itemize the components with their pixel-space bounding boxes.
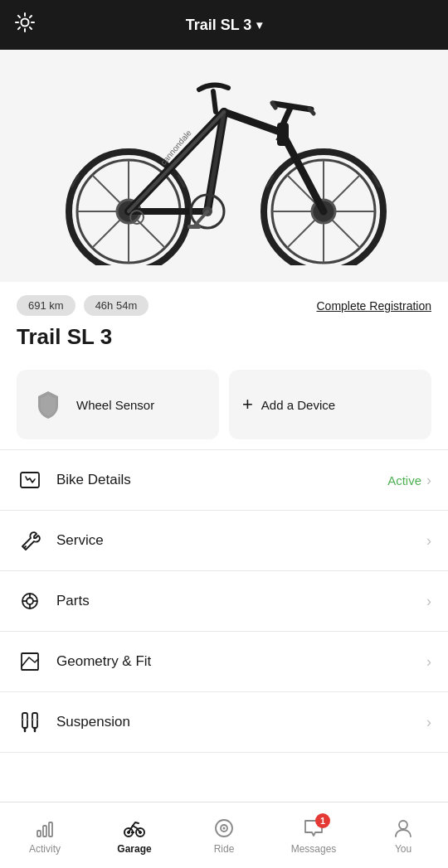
ride-icon xyxy=(212,817,236,840)
svg-line-29 xyxy=(282,133,324,211)
nav-item-ride[interactable]: Ride xyxy=(195,817,253,855)
nav-item-you[interactable]: You xyxy=(374,817,432,855)
wheel-sensor-label: Wheel Sensor xyxy=(76,398,154,412)
nav-item-activity[interactable]: Activity xyxy=(16,817,74,855)
suspension-chevron: › xyxy=(426,714,431,731)
svg-rect-58 xyxy=(37,831,41,836)
svg-line-33 xyxy=(274,104,311,109)
menu-item-service[interactable]: Service › xyxy=(0,510,448,570)
parts-label: Parts xyxy=(56,593,426,609)
wheel-sensor-icon xyxy=(30,386,66,423)
svg-line-32 xyxy=(283,108,290,124)
svg-line-8 xyxy=(92,175,120,203)
distance-badge: 691 km xyxy=(17,295,75,316)
add-device-card[interactable]: + Add a Device xyxy=(229,370,431,439)
svg-rect-59 xyxy=(43,826,46,836)
add-icon: + xyxy=(242,395,253,414)
geometry-right: › xyxy=(426,653,431,671)
device-cards: Wheel Sensor + Add a Device xyxy=(0,370,448,439)
bike-details-chevron: › xyxy=(426,472,431,489)
svg-rect-53 xyxy=(32,713,37,728)
suspension-icon xyxy=(17,709,43,735)
service-label: Service xyxy=(56,532,426,549)
header-chevron-icon: ▾ xyxy=(256,18,262,32)
svg-rect-40 xyxy=(187,225,201,229)
svg-line-25 xyxy=(224,112,282,133)
svg-line-21 xyxy=(332,175,360,203)
svg-rect-52 xyxy=(22,713,27,728)
settings-button[interactable] xyxy=(13,11,37,39)
svg-rect-43 xyxy=(21,473,39,487)
svg-point-68 xyxy=(223,827,226,829)
svg-rect-60 xyxy=(49,822,52,836)
svg-point-0 xyxy=(22,19,29,27)
parts-icon xyxy=(17,588,43,614)
svg-point-45 xyxy=(27,598,33,604)
menu-item-suspension[interactable]: Suspension › xyxy=(0,691,448,753)
geometry-icon xyxy=(17,648,43,675)
stats-row: 691 km 46h 54m Complete Registration xyxy=(17,295,431,316)
garage-icon xyxy=(123,817,146,840)
wheel-sensor-card[interactable]: Wheel Sensor xyxy=(17,370,219,439)
bike-image: cannondale xyxy=(0,50,448,282)
you-icon xyxy=(392,817,415,840)
bike-details-label: Bike Details xyxy=(56,472,387,488)
service-chevron: › xyxy=(426,532,431,550)
bottom-navigation: Activity Garage Ride xyxy=(0,802,448,868)
complete-registration-link[interactable]: Complete Registration xyxy=(316,299,431,313)
menu-item-bike-details[interactable]: Bike Details Active › xyxy=(0,449,448,510)
bike-info: 691 km 46h 54m Complete Registration Tra… xyxy=(0,282,448,370)
garage-nav-label: Garage xyxy=(117,843,151,855)
bike-details-right: Active › xyxy=(387,472,431,489)
svg-line-20 xyxy=(332,220,360,248)
you-nav-label: You xyxy=(395,843,411,855)
svg-line-34 xyxy=(272,103,275,108)
activity-nav-label: Activity xyxy=(29,843,61,855)
activity-icon xyxy=(33,817,56,840)
menu-list: Bike Details Active › Service › xyxy=(0,449,448,753)
parts-right: › xyxy=(426,593,431,610)
time-badge: 46h 54m xyxy=(84,295,149,316)
geometry-chevron: › xyxy=(426,653,431,671)
header-title[interactable]: Trail SL 3 ▾ xyxy=(186,17,263,34)
app-header: Trail SL 3 ▾ xyxy=(0,0,448,50)
suspension-right: › xyxy=(426,714,431,731)
svg-line-22 xyxy=(287,220,315,248)
svg-point-69 xyxy=(399,821,407,829)
menu-item-geometry[interactable]: Geometry & Fit › xyxy=(0,631,448,691)
active-status: Active xyxy=(387,473,421,487)
svg-line-11 xyxy=(92,220,120,248)
header-title-text: Trail SL 3 xyxy=(186,17,252,34)
bike-name: Trail SL 3 xyxy=(17,324,431,350)
parts-chevron: › xyxy=(426,593,431,610)
messages-nav-label: Messages xyxy=(291,843,337,855)
nav-item-messages[interactable]: 1 Messages xyxy=(285,817,343,855)
nav-item-garage[interactable]: Garage xyxy=(105,817,163,855)
svg-line-9 xyxy=(137,220,165,248)
geometry-label: Geometry & Fit xyxy=(56,653,426,670)
menu-item-parts[interactable]: Parts › xyxy=(0,570,448,631)
svg-line-36 xyxy=(213,91,216,112)
service-right: › xyxy=(426,532,431,550)
messages-icon: 1 xyxy=(302,817,325,840)
messages-badge: 1 xyxy=(315,813,330,828)
suspension-label: Suspension xyxy=(56,714,426,730)
bike-details-icon xyxy=(17,467,43,493)
service-icon xyxy=(17,527,43,554)
add-device-label: Add a Device xyxy=(261,398,335,412)
ride-nav-label: Ride xyxy=(214,843,235,855)
